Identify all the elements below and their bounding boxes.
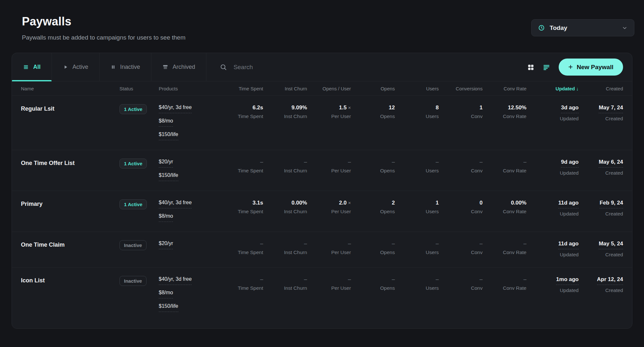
date-filter-dropdown[interactable]: Today: [531, 19, 634, 36]
metric-inst-churn: 9.09%Inst Churn: [266, 105, 307, 140]
paywall-name: One Time Claim: [21, 241, 116, 258]
metric-updated: 11d agoUpdated: [530, 241, 579, 258]
product-item[interactable]: $150/life: [159, 303, 178, 312]
product-item[interactable]: $20/yr: [159, 241, 173, 249]
metric-conv: 0Conv: [442, 200, 482, 222]
col-users[interactable]: Users: [398, 86, 439, 91]
col-conv-rate[interactable]: Conv Rate: [486, 86, 526, 91]
metric-inst-churn: –Inst Churn: [266, 276, 307, 312]
product-item[interactable]: $40/yr, 3d free: [159, 200, 192, 208]
date-filter-label: Today: [550, 24, 617, 32]
metric-users: –Users: [398, 159, 439, 181]
metric-conv-rate: –Conv Rate: [486, 159, 526, 181]
metric-per-user: 1.5 ×Per User: [310, 105, 351, 140]
sort-desc-arrow-icon: ↓: [576, 86, 579, 91]
rows-view-icon[interactable]: [543, 63, 550, 71]
toolbar: All Active Inactive Archived: [12, 53, 632, 81]
col-updated-sorted[interactable]: Updated ↓: [530, 86, 579, 91]
page-subtitle: Paywalls must be added to campaigns for …: [22, 34, 185, 41]
product-item[interactable]: $150/life: [159, 132, 178, 140]
metric-created: May 7, 24Created: [582, 105, 623, 140]
search-icon: [220, 64, 227, 71]
metric-created: May 5, 24Created: [582, 241, 623, 258]
product-item[interactable]: $40/yr, 3d free: [159, 105, 192, 113]
metric-users: 1Users: [398, 200, 439, 222]
multiplier-symbol: ×: [348, 200, 351, 205]
product-item[interactable]: $150/life: [159, 172, 178, 181]
search-input[interactable]: [233, 64, 369, 71]
clock-icon: [538, 24, 545, 31]
table-row-primary[interactable]: Primary 1 Active $40/yr, 3d free $8/mo 3…: [12, 191, 632, 232]
metric-time-spent: –Time Spent: [223, 276, 263, 312]
new-paywall-label: New Paywall: [577, 64, 613, 71]
col-opens[interactable]: Opens: [354, 86, 395, 91]
page-title: Paywalls: [22, 15, 185, 28]
paywall-name: One Time Offer List: [21, 159, 116, 181]
product-item[interactable]: $8/mo: [159, 118, 173, 127]
paywall-name: Regular Lsit: [21, 105, 116, 140]
metric-per-user: 2.0 ×Per User: [310, 200, 351, 222]
metric-inst-churn: –Inst Churn: [266, 159, 307, 181]
metric-users: –Users: [398, 241, 439, 258]
paywalls-card: All Active Inactive Archived: [12, 53, 632, 329]
paywall-name: Icon List: [21, 276, 116, 312]
metric-updated: 9d agoUpdated: [530, 159, 579, 181]
metric-conv: –Conv: [442, 159, 482, 181]
metric-conv-rate: 0.00%Conv Rate: [486, 200, 526, 222]
metric-per-user: –Per User: [310, 276, 351, 312]
play-icon: [63, 64, 68, 70]
products-cell: $20/yr $150/life: [159, 159, 219, 181]
products-cell: $40/yr, 3d free $8/mo $150/life: [159, 105, 219, 140]
table-row-icon-list[interactable]: Icon List Inactive $40/yr, 3d free $8/mo…: [12, 267, 632, 322]
tab-all[interactable]: All: [12, 53, 52, 81]
col-inst-churn[interactable]: Inst Churn: [266, 86, 307, 91]
metric-time-spent: 6.2sTime Spent: [223, 105, 263, 140]
metric-created: Apr 12, 24Created: [582, 276, 623, 312]
plus-icon: +: [568, 63, 573, 71]
metric-updated: 1mo agoUpdated: [530, 276, 579, 312]
archive-icon: [162, 64, 168, 70]
list-lines-icon: [23, 64, 29, 70]
col-time-spent[interactable]: Time Spent: [223, 86, 263, 91]
metric-conv: –Conv: [442, 241, 482, 258]
metric-opens: –Opens: [354, 159, 395, 181]
products-cell: $20/yr: [159, 241, 219, 258]
col-name: Name: [21, 86, 116, 91]
table-row-one-time-claim[interactable]: One Time Claim Inactive $20/yr –Time Spe…: [12, 232, 632, 267]
table-row-regular-lsit[interactable]: Regular Lsit 1 Active $40/yr, 3d free $8…: [12, 96, 632, 150]
page-title-block: Paywalls Paywalls must be added to campa…: [22, 15, 185, 41]
search-box[interactable]: [206, 53, 527, 81]
metric-updated: 3d agoUpdated: [530, 105, 579, 140]
product-item[interactable]: $8/mo: [159, 213, 173, 222]
col-created[interactable]: Created: [582, 86, 623, 91]
grid-view-icon[interactable]: [527, 64, 534, 71]
metric-updated: 11d agoUpdated: [530, 200, 579, 222]
table-row-one-time-offer-list[interactable]: One Time Offer List 1 Active $20/yr $150…: [12, 150, 632, 191]
metric-created: May 6, 24Created: [582, 159, 623, 181]
product-item[interactable]: $8/mo: [159, 290, 173, 298]
status-cell: Inactive: [119, 276, 156, 312]
metric-per-user: –Per User: [310, 159, 351, 181]
col-updated-label: Updated: [555, 86, 575, 91]
products-cell: $40/yr, 3d free $8/mo: [159, 200, 219, 222]
metric-conv-rate: –Conv Rate: [486, 241, 526, 258]
new-paywall-button[interactable]: + New Paywall: [559, 59, 623, 76]
metric-inst-churn: 0.00%Inst Churn: [266, 200, 307, 222]
tab-inactive[interactable]: Inactive: [99, 53, 151, 81]
product-item[interactable]: $20/yr: [159, 159, 173, 168]
col-conversions[interactable]: Conversions: [442, 86, 482, 91]
metric-opens: 12Opens: [354, 105, 395, 140]
chevron-down-icon: [622, 25, 628, 31]
view-controls: + New Paywall: [527, 53, 632, 81]
col-status: Status: [119, 86, 156, 91]
tab-all-label: All: [33, 64, 41, 70]
tab-active-label: Active: [72, 64, 88, 70]
product-item[interactable]: $40/yr, 3d free: [159, 276, 192, 285]
tab-active[interactable]: Active: [52, 53, 99, 81]
col-opens-user[interactable]: Opens / User: [310, 86, 351, 91]
metric-time-spent: –Time Spent: [223, 241, 263, 258]
tab-inactive-label: Inactive: [120, 64, 140, 70]
paywall-name: Primary: [21, 200, 116, 222]
metric-per-user: –Per User: [310, 241, 351, 258]
tab-archived[interactable]: Archived: [151, 53, 206, 81]
